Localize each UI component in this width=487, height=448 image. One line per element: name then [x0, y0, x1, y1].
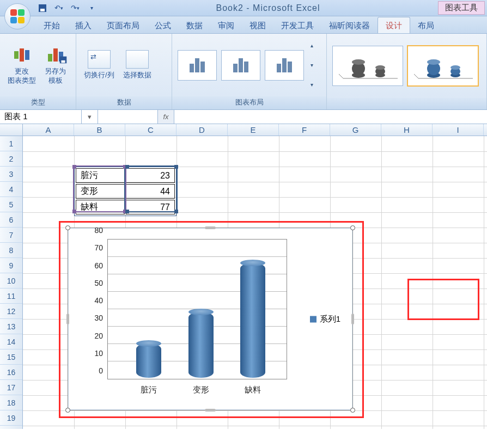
tab-insert[interactable]: 插入 [68, 17, 99, 33]
chart-resize-handle[interactable] [205, 226, 216, 229]
y-tick-label: 20 [94, 332, 103, 340]
switch-row-column-button[interactable]: ⇄ 切换行/列 [81, 49, 118, 81]
layout-scroll-up-icon[interactable]: ▴ [307, 42, 316, 48]
row-header[interactable]: 17 [0, 380, 22, 395]
change-chart-type-button[interactable]: 更改 图表类型 [4, 44, 39, 87]
title-bar: ↶▾ ↷▾ ▾ Book2 - Microsoft Excel 图表工具 [0, 0, 487, 16]
ribbon-tabstrip: 开始 插入 页面布局 公式 数据 审阅 视图 开发工具 福昕阅读器 设计 布局 [0, 16, 487, 34]
row-header[interactable]: 9 [0, 258, 22, 273]
source-data-range[interactable]: 脏污23 变形44 缺料77 [74, 167, 176, 216]
select-all-corner[interactable] [0, 124, 23, 136]
range-handle[interactable] [72, 210, 76, 213]
save-icon[interactable] [36, 2, 49, 14]
cell-C5[interactable]: 77 [126, 200, 175, 214]
name-box[interactable]: 图表 1 [0, 110, 82, 124]
col-header-E[interactable]: E [228, 124, 279, 136]
tab-view[interactable]: 视图 [242, 17, 273, 33]
col-header-F[interactable]: F [279, 124, 330, 136]
save-as-template-button[interactable]: 另存为 模板 [41, 44, 69, 87]
row-header[interactable]: 19 [0, 410, 22, 426]
tab-page-layout[interactable]: 页面布局 [99, 17, 147, 33]
tab-developer[interactable]: 开发工具 [273, 17, 321, 33]
chart-plot-area[interactable]: 0 10 20 30 40 50 60 70 80 [86, 239, 287, 387]
formula-input[interactable] [174, 110, 487, 124]
range-handle[interactable] [125, 210, 129, 213]
tab-foxit[interactable]: 福昕阅读器 [321, 17, 378, 33]
row-header[interactable]: 1 [0, 136, 22, 151]
bar-2[interactable]: 变形 [188, 312, 214, 378]
office-button[interactable] [2, 1, 33, 32]
chart-legend[interactable]: 系列1 [310, 314, 340, 324]
row-header[interactable]: 8 [0, 243, 22, 258]
formula-bar: 图表 1 ▾ ✕ ✓ fx [0, 110, 487, 124]
row-header[interactable]: 11 [0, 289, 22, 304]
svg-line-7 [339, 74, 343, 78]
row-header[interactable]: 16 [0, 365, 22, 380]
row-header[interactable]: 13 [0, 319, 22, 334]
group-label-data: 数据 [76, 96, 172, 109]
select-data-button[interactable]: 选择数据 [120, 49, 155, 81]
col-header-A[interactable]: A [23, 124, 74, 136]
chart-style-1[interactable] [332, 46, 403, 86]
col-header-D[interactable]: D [176, 124, 228, 136]
row-header[interactable]: 4 [0, 182, 22, 197]
fx-icon[interactable]: fx [158, 110, 174, 124]
chart-layout-3[interactable] [265, 50, 304, 81]
cell-C4[interactable]: 44 [126, 184, 175, 199]
col-header-B[interactable]: B [74, 124, 125, 136]
tab-layout[interactable]: 布局 [410, 17, 436, 33]
chart-layout-2[interactable] [221, 50, 260, 81]
chart-style-2-selected[interactable] [407, 46, 478, 86]
row-header[interactable]: 18 [0, 395, 22, 410]
col-header-H[interactable]: H [381, 124, 433, 136]
col-header-I[interactable]: I [433, 124, 484, 136]
row-header[interactable]: 10 [0, 273, 22, 289]
chart-resize-handle[interactable] [65, 408, 70, 413]
row-header[interactable]: 7 [0, 228, 22, 243]
bar-1[interactable]: 脏污 [136, 343, 161, 378]
tab-design[interactable]: 设计 [378, 17, 410, 33]
cell-B4[interactable]: 变形 [76, 184, 125, 199]
y-tick-label: 60 [94, 261, 103, 270]
chart-back-wall: 脏污 变形 缺料 [107, 239, 287, 379]
col-header-G[interactable]: G [330, 124, 381, 136]
embedded-chart[interactable]: 0 10 20 30 40 50 60 70 80 [68, 228, 353, 410]
cell-B5[interactable]: 缺料 [76, 200, 125, 214]
chart-resize-handle[interactable] [351, 314, 354, 324]
row-header[interactable]: 3 [0, 167, 22, 182]
bar-3[interactable]: 缺料 [240, 263, 265, 378]
cell-grid[interactable]: 脏污23 变形44 缺料77 [23, 136, 487, 429]
x-tick-label: 脏污 [132, 385, 165, 395]
cell-B3[interactable]: 脏污 [76, 168, 125, 183]
row-header[interactable]: 5 [0, 197, 22, 212]
layout-scroll-down-icon[interactable]: ▾ [307, 62, 316, 68]
row-header[interactable]: 12 [0, 304, 22, 319]
chart-layout-1[interactable] [178, 50, 217, 81]
col-header-C[interactable]: C [125, 124, 176, 136]
chart-resize-handle[interactable] [66, 314, 69, 324]
tab-review[interactable]: 审阅 [210, 17, 242, 33]
qat-customize-icon[interactable]: ▾ [85, 2, 98, 14]
chart-resize-handle[interactable] [65, 225, 70, 230]
tab-data[interactable]: 数据 [179, 17, 210, 33]
range-handle[interactable] [125, 165, 129, 169]
row-header[interactable]: 15 [0, 349, 22, 365]
row-header[interactable]: 14 [0, 334, 22, 349]
chart-resize-handle[interactable] [205, 409, 216, 412]
x-tick-label: 缺料 [236, 385, 269, 395]
range-handle[interactable] [174, 165, 178, 169]
redo-icon[interactable]: ↷▾ [69, 2, 82, 14]
tab-home[interactable]: 开始 [36, 17, 68, 33]
tab-formulas[interactable]: 公式 [147, 17, 179, 33]
row-header[interactable]: 6 [0, 212, 22, 228]
chart-resize-handle[interactable] [350, 408, 355, 413]
range-handle[interactable] [72, 165, 76, 169]
cell-C3[interactable]: 23 [126, 168, 175, 183]
row-header[interactable]: 2 [0, 151, 22, 167]
layout-more-icon[interactable]: ▾ [307, 82, 316, 88]
chart-resize-handle[interactable] [350, 225, 355, 230]
undo-icon[interactable]: ↶▾ [52, 2, 65, 14]
range-handle[interactable] [174, 210, 178, 213]
name-box-dropdown-icon[interactable]: ▾ [82, 110, 98, 124]
row-header[interactable]: 20 [0, 426, 22, 429]
